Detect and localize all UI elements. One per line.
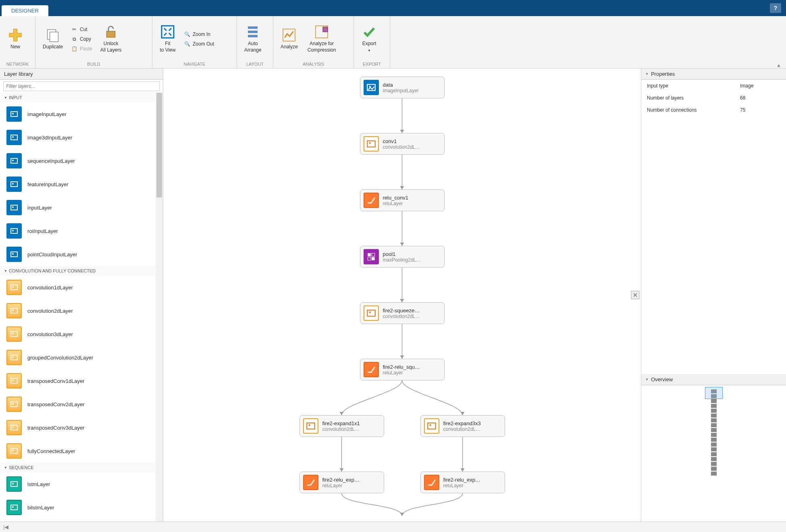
copy-button[interactable]: ⧉ Copy xyxy=(69,35,95,44)
layer-item[interactable]: featureInputLayer xyxy=(0,172,163,196)
zoom-in-icon: 🔍 xyxy=(184,31,190,37)
layer-item-label: sequenceInputLayer xyxy=(27,158,75,164)
graph-node[interactable]: fire2-relu_exp…reluLayer xyxy=(420,472,505,493)
layer-item[interactable]: imageInputLayer xyxy=(0,102,163,126)
new-button[interactable]: New xyxy=(3,26,27,52)
overview-viewport[interactable] xyxy=(705,387,723,399)
property-label: Number of connections xyxy=(647,107,740,113)
layer-icon xyxy=(6,200,22,215)
overview-minimap[interactable] xyxy=(706,389,722,476)
cut-button[interactable]: ✂ Cut xyxy=(69,25,95,34)
layer-icon xyxy=(6,326,22,342)
layer-item-label: inputLayer xyxy=(27,205,52,211)
properties-body: Input typeImageNumber of layers68Number … xyxy=(641,80,786,374)
status-rewind-icon[interactable]: |◀ xyxy=(3,524,8,530)
layer-item-label: featureInputLayer xyxy=(27,181,69,187)
relu-icon xyxy=(364,362,379,377)
panel-expand-handle[interactable] xyxy=(630,290,640,300)
graph-node[interactable]: conv1convolution2dL… xyxy=(360,133,445,155)
svg-rect-58 xyxy=(367,141,375,147)
layer-item-label: groupedConvolution2dLayer xyxy=(27,355,93,361)
filter-layers-input[interactable] xyxy=(3,81,160,91)
layer-section-header[interactable]: CONVOLUTION AND FULLY CONNECTED xyxy=(0,266,163,276)
node-subtitle: convolution2dL… xyxy=(383,314,420,319)
svg-point-31 xyxy=(12,356,14,358)
layer-icon xyxy=(6,500,22,515)
layer-item[interactable]: roiInputLayer xyxy=(0,219,163,243)
graph-node[interactable]: fire2-relu_squ…reluLayer xyxy=(360,359,445,380)
layer-icon xyxy=(6,350,22,365)
layer-item[interactable]: lstmLayer xyxy=(0,472,163,496)
layer-icon xyxy=(6,130,22,145)
ribbon-toolbar: New NETWORK Duplicate ✂ Cut ⧉ Copy xyxy=(0,16,786,69)
duplicate-icon xyxy=(46,28,60,42)
svg-point-21 xyxy=(12,230,14,231)
layer-icon xyxy=(6,443,22,459)
node-title: fire2-relu_exp… xyxy=(443,477,481,483)
layer-item[interactable]: inputLayer xyxy=(0,196,163,219)
svg-marker-49 xyxy=(400,355,404,359)
svg-point-15 xyxy=(12,160,14,161)
svg-rect-2 xyxy=(107,31,115,37)
svg-marker-45 xyxy=(400,130,404,133)
ribbon-collapse-button[interactable]: ▲ xyxy=(776,62,783,67)
layer-item[interactable]: transposedConv2dLayer xyxy=(0,393,163,416)
node-subtitle: reluLayer xyxy=(383,370,420,376)
unlock-button[interactable]: Unlock All Layers xyxy=(96,23,126,55)
layer-list[interactable]: INPUTimageInputLayerimage3dInputLayerseq… xyxy=(0,93,163,522)
layer-item[interactable]: convolution3dLayer xyxy=(0,322,163,346)
network-canvas[interactable]: dataimageInputLayerconv1convolution2dL…r… xyxy=(163,69,641,522)
graph-node[interactable]: pool1maxPooling2dL… xyxy=(360,246,445,268)
node-title: fire2-relu_exp… xyxy=(322,477,360,483)
overview-body[interactable] xyxy=(641,385,786,522)
analyze-compression-button[interactable]: Analyze for Compression xyxy=(304,23,340,55)
layer-item[interactable]: sequenceInputLayer xyxy=(0,149,163,172)
graph-node[interactable]: fire2-expand3x3convolution2dL… xyxy=(420,415,505,437)
layer-item[interactable]: fullyConnectedLayer xyxy=(0,439,163,463)
graph-node[interactable]: fire2-squeeze…convolution2dL… xyxy=(360,302,445,324)
node-title: conv1 xyxy=(383,138,420,144)
clipboard-icon: 📋 xyxy=(71,46,77,52)
layer-item[interactable]: image3dInputLayer xyxy=(0,126,163,149)
pool-icon xyxy=(364,249,379,264)
fit-view-button[interactable]: Fit to View xyxy=(156,23,180,55)
analyze-button[interactable]: Analyze xyxy=(277,26,302,52)
layer-item[interactable]: transposedConv1dLayer xyxy=(0,369,163,393)
export-button[interactable]: Export▼ xyxy=(357,23,381,55)
layer-section-header[interactable]: SEQUENCE xyxy=(0,463,163,472)
layer-item-label: transposedConv3dLayer xyxy=(27,425,85,431)
scrollbar-thumb[interactable] xyxy=(156,93,162,197)
graph-node[interactable]: fire2-relu_exp…reluLayer xyxy=(299,472,384,493)
auto-arrange-button[interactable]: Auto Arrange xyxy=(240,23,266,55)
layer-item-label: transposedConv2dLayer xyxy=(27,401,85,407)
svg-point-29 xyxy=(12,333,14,335)
overview-header[interactable]: Overview xyxy=(641,374,786,385)
properties-header[interactable]: Properties xyxy=(641,69,786,80)
status-bar: |◀ xyxy=(0,522,786,532)
relu-icon xyxy=(303,475,318,490)
duplicate-button[interactable]: Duplicate xyxy=(39,26,67,52)
layer-item[interactable]: bilstmLayer xyxy=(0,496,163,519)
paste-button[interactable]: 📋 Paste xyxy=(69,44,95,53)
scissors-icon: ✂ xyxy=(71,26,77,33)
node-title: relu_conv1 xyxy=(383,195,409,201)
layer-item[interactable]: groupedConvolution2dLayer xyxy=(0,346,163,369)
layer-item-label: imageInputLayer xyxy=(27,111,67,117)
layer-item[interactable]: convolution1dLayer xyxy=(0,276,163,299)
layer-icon xyxy=(6,106,22,122)
tab-designer[interactable]: DESIGNER xyxy=(2,5,48,16)
graph-node[interactable]: fire2-expand1x1convolution2dL… xyxy=(299,415,384,437)
layer-section-header[interactable]: INPUT xyxy=(0,93,163,102)
layer-item[interactable]: pointCloudInputLayer xyxy=(0,243,163,266)
graph-node[interactable]: relu_conv1reluLayer xyxy=(360,189,445,211)
help-button[interactable]: ? xyxy=(770,3,781,13)
layer-item[interactable]: convolution2dLayer xyxy=(0,299,163,322)
scrollbar[interactable] xyxy=(156,93,163,522)
layer-icon xyxy=(6,247,22,262)
layer-item[interactable]: transposedConv3dLayer xyxy=(0,416,163,439)
svg-marker-48 xyxy=(400,299,404,302)
zoom-in-button[interactable]: 🔍 Zoom In xyxy=(181,30,216,39)
svg-rect-5 xyxy=(248,31,258,33)
zoom-out-button[interactable]: 🔍 Zoom Out xyxy=(181,39,216,48)
graph-node[interactable]: dataimageInputLayer xyxy=(360,77,445,98)
